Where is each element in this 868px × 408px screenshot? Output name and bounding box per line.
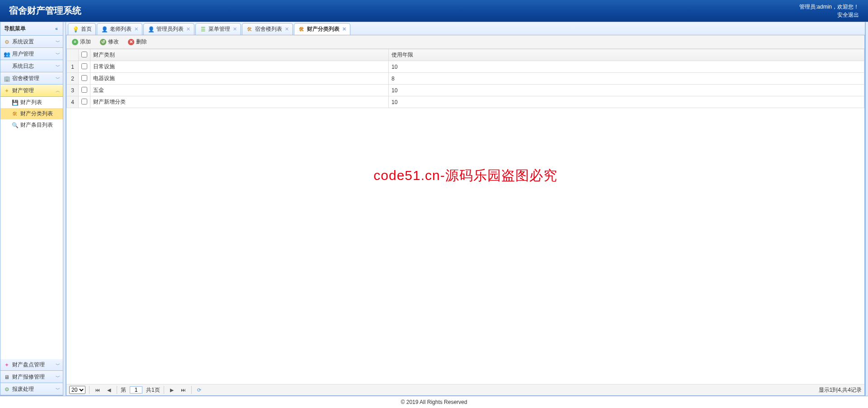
pager-refresh-icon[interactable]: ⟳ — [195, 386, 203, 394]
table-row[interactable]: 4财产新增分类10 — [67, 96, 864, 108]
sidebar-panel-4[interactable]: ✦财产管理︿ — [0, 85, 63, 97]
tab-4[interactable]: 🛠宿舍楼列表✕ — [242, 23, 293, 35]
watermark-text: code51.cn-源码乐园盗图必究 — [373, 166, 557, 185]
table-row[interactable]: 2电器设施8 — [67, 73, 864, 85]
panel-label: 系统设置 — [12, 38, 34, 46]
sidebar-panel-0[interactable]: ⚙系统设置﹀ — [0, 36, 63, 48]
tab-label: 菜单管理 — [208, 25, 230, 33]
panel-icon: 🖥 — [3, 374, 10, 381]
col-years[interactable]: 使用年限 — [389, 49, 864, 61]
tab-0[interactable]: 💡首页 — [68, 23, 96, 35]
sidebar-panel-7[interactable]: ⚙报废处理﹀ — [0, 383, 63, 395]
chevron-icon: ︿ — [56, 88, 60, 94]
panel-icon: ⚙ — [3, 38, 10, 46]
row-number: 3 — [67, 85, 79, 96]
cell-category: 财产新增分类 — [90, 96, 389, 108]
app-title: 宿舍财产管理系统 — [9, 5, 81, 17]
main-area: 💡首页👤老师列表✕👤管理员列表✕☰菜单管理✕🛠宿舍楼列表✕🛠财产分类列表✕ + … — [66, 22, 865, 396]
pager-last-icon[interactable]: ⏭ — [179, 386, 188, 394]
tab-close-icon[interactable]: ✕ — [285, 26, 289, 32]
pager-first-icon[interactable]: ⏮ — [93, 386, 101, 394]
table-row[interactable]: 3五金10 — [67, 85, 864, 96]
col-category[interactable]: 财产类别 — [90, 49, 389, 61]
tab-close-icon[interactable]: ✕ — [233, 26, 237, 32]
tree-item-label: 财产条目列表 — [20, 121, 53, 129]
grid-wrap: 财产类别 使用年限 1日常设施102电器设施83五金104财产新增分类10 co… — [66, 49, 864, 384]
chevron-icon: ﹀ — [56, 374, 60, 380]
panel-label: 财产盘点管理 — [12, 361, 45, 369]
panel-icon: ✦ — [3, 87, 10, 95]
col-checkbox — [79, 49, 90, 61]
tree-item-label: 财产列表 — [20, 99, 42, 106]
logout-link[interactable]: 安全退出 — [799, 11, 859, 19]
tab-label: 财产分类列表 — [307, 25, 340, 33]
sidebar-panel-1[interactable]: 👥用户管理﹀ — [0, 48, 63, 60]
tab-close-icon[interactable]: ✕ — [186, 26, 190, 32]
data-grid: 财产类别 使用年限 1日常设施102电器设施83五金104财产新增分类10 — [66, 49, 864, 108]
chevron-icon: ﹀ — [56, 362, 60, 368]
splitter-right[interactable] — [865, 22, 868, 396]
row-checkbox[interactable] — [81, 87, 87, 93]
delete-icon: ✕ — [128, 39, 134, 45]
footer: © 2019 All Rights Reserved — [0, 396, 868, 408]
page-input[interactable] — [130, 386, 142, 394]
tree-item-1[interactable]: 🛠财产分类列表 — [0, 108, 63, 119]
add-button[interactable]: + 添加 — [70, 37, 93, 47]
tree-item-0[interactable]: 💾财产列表 — [0, 97, 63, 108]
sidebar-panel-5[interactable]: ✦财产盘点管理﹀ — [0, 359, 63, 371]
pager: 20 ⏮ ◀ 第 共1页 ▶ ⏭ ⟳ — [66, 384, 864, 395]
cell-category: 五金 — [90, 85, 389, 96]
pager-info: 显示1到4,共4记录 — [819, 386, 862, 394]
chevron-icon: ﹀ — [56, 63, 60, 70]
page-size-select[interactable]: 20 — [69, 386, 85, 394]
row-checkbox[interactable] — [81, 75, 87, 81]
panel-icon: ⚙ — [3, 386, 10, 393]
tab-close-icon[interactable]: ✕ — [342, 26, 346, 32]
pager-next-icon[interactable]: ▶ — [168, 386, 176, 394]
tab-label: 宿舍楼列表 — [255, 25, 282, 33]
tab-5[interactable]: 🛠财产分类列表✕ — [294, 23, 350, 35]
page-prefix: 第 — [121, 386, 126, 394]
panel-label: 财产管理 — [12, 87, 34, 95]
grid-toolbar: + 添加 ↺ 修改 ✕ 删除 — [66, 35, 864, 49]
tab-icon: 🛠 — [298, 26, 305, 33]
admin-prefix: 管理员: — [799, 4, 817, 10]
panel-icon: 👥 — [3, 51, 10, 58]
pager-prev-icon[interactable]: ◀ — [105, 386, 113, 394]
cell-years: 8 — [389, 73, 864, 85]
tab-icon: 💡 — [72, 26, 79, 33]
chevron-icon: ﹀ — [56, 51, 60, 57]
sidebar: 导航菜单 « ⚙系统设置﹀👥用户管理﹀系统日志﹀🏢宿舍楼管理﹀✦财产管理︿💾财产… — [0, 22, 63, 396]
panel-label: 财产报修管理 — [12, 373, 45, 381]
sidebar-panel-body: 💾财产列表🛠财产分类列表🔍财产条目列表 — [0, 97, 63, 228]
row-number: 4 — [67, 96, 79, 108]
check-all[interactable] — [81, 52, 87, 57]
tree-item-icon: 🛠 — [11, 110, 19, 118]
edit-label: 修改 — [108, 38, 119, 46]
panel-icon — [3, 63, 10, 70]
tab-icon: ☰ — [199, 26, 207, 33]
edit-button[interactable]: ↺ 修改 — [98, 37, 121, 47]
collapse-sidebar-icon[interactable]: « — [54, 26, 59, 32]
welcome-suffix: ，欢迎您！ — [832, 4, 859, 10]
sidebar-panel-3[interactable]: 🏢宿舍楼管理﹀ — [0, 72, 63, 85]
tab-panel: + 添加 ↺ 修改 ✕ 删除 — [66, 35, 865, 396]
tree-item-icon: 🔍 — [11, 122, 19, 129]
tab-close-icon[interactable]: ✕ — [134, 26, 138, 32]
row-number: 2 — [67, 73, 79, 85]
cell-years: 10 — [389, 85, 864, 96]
tab-2[interactable]: 👤管理员列表✕ — [143, 23, 194, 35]
tab-label: 管理员列表 — [156, 25, 184, 33]
row-checkbox[interactable] — [81, 63, 87, 69]
sidebar-panel-6[interactable]: 🖥财产报修管理﹀ — [0, 371, 63, 383]
tab-1[interactable]: 👤老师列表✕ — [97, 23, 142, 35]
tree-item-2[interactable]: 🔍财产条目列表 — [0, 119, 63, 131]
table-row[interactable]: 1日常设施10 — [67, 61, 864, 73]
tab-3[interactable]: ☰菜单管理✕ — [195, 23, 241, 35]
row-checkbox[interactable] — [81, 99, 87, 104]
delete-button[interactable]: ✕ 删除 — [126, 37, 149, 47]
app-header: 宿舍财产管理系统 管理员:admin，欢迎您！ 安全退出 — [0, 0, 868, 22]
sidebar-panel-2[interactable]: 系统日志﹀ — [0, 60, 63, 72]
delete-label: 删除 — [136, 38, 147, 46]
cell-years: 10 — [389, 61, 864, 73]
